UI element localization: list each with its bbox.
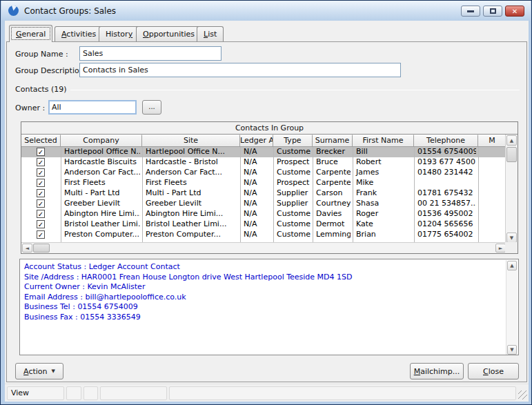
scroll-left-icon: ◄ — [26, 246, 29, 251]
table-row[interactable]: ✓Hartlepool Office N...Hartlepool Office… — [21, 147, 506, 157]
cell-surname: Carpenter — [313, 168, 351, 178]
cell-surname: Bruce — [313, 157, 351, 168]
cell-surname: Courtney — [313, 199, 351, 209]
vscroll-thumb[interactable] — [506, 147, 517, 162]
cell-company: Bristol Leather Limi... — [61, 219, 140, 230]
tab-history[interactable]: History — [99, 26, 139, 41]
row-checkbox[interactable]: ✓ — [37, 199, 45, 208]
action-button[interactable]: Action ▼ — [15, 363, 63, 379]
table-row[interactable]: ✓Bristol Leather Limi...Bristol Leather … — [21, 219, 506, 230]
status-panel — [83, 386, 98, 400]
cell-telephone: 01775 654002 — [415, 230, 476, 240]
close-button[interactable]: ✕ — [505, 6, 524, 17]
table-row[interactable]: ✓Multi - Part LtdMulti - Part LtdN/ASupp… — [21, 188, 506, 199]
scroll-down-button[interactable]: ▼ — [506, 233, 517, 243]
table-row[interactable]: ✓Preston Computer...Preston Computer...N… — [21, 230, 506, 240]
scroll-up-button[interactable]: ▲ — [506, 135, 517, 146]
status-panel-view: View — [7, 386, 64, 400]
detail-line: Site /Address : HAR0001 Frean House Long… — [20, 273, 518, 283]
row-checkbox[interactable]: ✓ — [37, 158, 45, 166]
scroll-up-icon: ▲ — [510, 138, 513, 144]
contact-details-panel: Account Status : Ledger Account ContactS… — [19, 259, 519, 355]
column-header[interactable]: M — [478, 135, 506, 147]
app-icon — [8, 5, 19, 17]
column-divider — [414, 147, 415, 244]
tab-list[interactable]: List — [197, 26, 224, 41]
cell-telephone: 00 21 534857... — [415, 199, 476, 209]
column-header[interactable]: Selected — [21, 135, 61, 147]
scroll-up-icon: ▲ — [510, 263, 513, 268]
cell-first-name: Brian — [353, 230, 412, 240]
cell-type: Customer — [274, 147, 311, 157]
dialog-window: Contact Groups: Sales ✕ General Activiti… — [0, 0, 532, 405]
check-icon: ✓ — [38, 148, 43, 156]
table-row[interactable]: ✓First FleetsFirst FleetsN/AProspectCarp… — [21, 178, 506, 188]
row-checkbox[interactable]: ✓ — [37, 210, 45, 218]
table-row[interactable]: ✓Greeber LieviltGreeber LieviltN/ASuppli… — [21, 199, 506, 209]
tab-general[interactable]: General — [9, 25, 52, 42]
details-scroll-down-button[interactable]: ▼ — [507, 345, 517, 355]
tab-opportunities[interactable]: Opportunities — [136, 26, 201, 41]
owner-browse-button[interactable]: ... — [142, 100, 161, 115]
hscroll-thumb[interactable] — [33, 244, 50, 253]
check-icon: ✓ — [38, 210, 43, 218]
row-checkbox[interactable]: ✓ — [37, 230, 45, 239]
cell-ledger: N/A — [241, 157, 271, 168]
mailchimp-button[interactable]: Mailchimp... — [410, 363, 464, 379]
cell-ledger: N/A — [241, 188, 271, 199]
resize-grip[interactable] — [518, 391, 527, 399]
cell-site: Anderson Car Fact... — [143, 168, 238, 178]
column-divider — [478, 147, 479, 244]
scroll-left-button[interactable]: ◄ — [22, 244, 32, 253]
scroll-right-icon: ► — [499, 246, 502, 251]
cell-ledger: N/A — [241, 219, 271, 230]
column-header[interactable]: Ledger A/C — [240, 135, 273, 147]
close-dialog-button[interactable]: Close — [468, 363, 519, 379]
column-header[interactable]: Telephone — [414, 135, 478, 147]
cell-ledger: N/A — [241, 230, 271, 240]
row-checkbox[interactable]: ✓ — [37, 220, 45, 228]
cell-site: Hartlepool Office N... — [143, 147, 238, 157]
cell-first-name: Frank — [353, 188, 412, 199]
contacts-section-divider — [70, 90, 520, 90]
table-row[interactable]: ✓Hardcastle BiscuitsHardcastle - Bristol… — [21, 157, 506, 168]
window-title: Contact Groups: Sales — [24, 6, 116, 16]
scroll-right-button[interactable]: ► — [495, 244, 506, 253]
check-icon: ✓ — [38, 231, 43, 239]
cell-surname: Brecker — [313, 147, 351, 157]
cell-type: Supplier — [274, 199, 311, 209]
tab-activities[interactable]: Activities — [55, 26, 103, 41]
scroll-down-icon: ▼ — [510, 235, 513, 241]
grid-vertical-scrollbar[interactable]: ▲ ▼ — [505, 135, 518, 244]
minimize-button[interactable] — [461, 6, 480, 17]
maximize-button[interactable] — [483, 6, 502, 17]
details-scrollbar[interactable]: ▲ ▼ — [506, 260, 518, 355]
column-header[interactable]: Surname — [313, 135, 353, 147]
row-checkbox[interactable]: ✓ — [37, 148, 45, 156]
owner-input[interactable]: All — [48, 100, 137, 115]
row-checkbox[interactable]: ✓ — [37, 168, 45, 177]
group-name-input[interactable]: Sales — [79, 46, 221, 61]
scroll-down-icon: ▼ — [510, 347, 513, 353]
status-bar: View — [5, 384, 529, 402]
cell-ledger: N/A — [241, 147, 271, 157]
close-icon: ✕ — [512, 8, 518, 15]
cell-ledger: N/A — [241, 168, 271, 178]
column-header[interactable]: Company — [61, 135, 142, 147]
row-checkbox[interactable]: ✓ — [37, 189, 45, 197]
column-header[interactable]: Site — [142, 135, 240, 147]
cell-company: First Fleets — [61, 178, 140, 188]
column-header[interactable]: Type — [273, 135, 313, 147]
cell-telephone: 01536 495002 — [415, 209, 476, 219]
details-scroll-up-button[interactable]: ▲ — [507, 261, 517, 270]
group-description-input[interactable]: Contacts in Sales — [79, 63, 401, 77]
table-row[interactable]: ✓Anderson Car Fact...Anderson Car Fact..… — [21, 168, 506, 178]
group-description-label: Group Description : — [15, 66, 89, 75]
cell-first-name: Robert — [353, 157, 412, 168]
column-header[interactable]: First Name — [353, 135, 414, 147]
grid-horizontal-scrollbar[interactable]: ◄ ► — [21, 242, 506, 253]
row-checkbox[interactable]: ✓ — [37, 179, 45, 187]
check-icon: ✓ — [38, 169, 43, 177]
cell-surname: Carson — [313, 188, 351, 199]
table-row[interactable]: ✓Abington Hire Limi...Abington Hire Limi… — [21, 209, 506, 219]
